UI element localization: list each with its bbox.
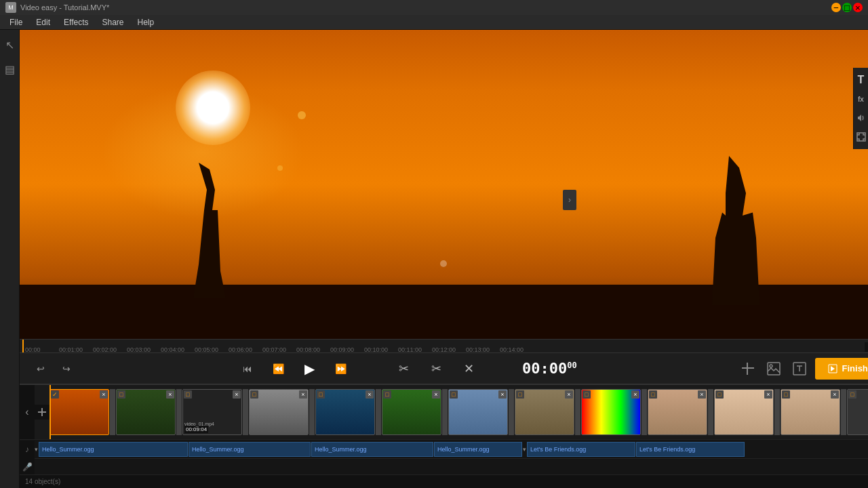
cut-button-2[interactable]: ✂ — [426, 358, 448, 380]
clip-5-handle[interactable] — [376, 389, 381, 435]
clip-5-close[interactable]: × — [366, 390, 374, 399]
clip-7-check[interactable]: □ — [450, 390, 458, 399]
add-clip-button[interactable] — [738, 359, 758, 379]
add-photo-button[interactable] — [764, 359, 784, 379]
clip-13[interactable]: □ — [847, 389, 868, 435]
clip-9[interactable]: □ × — [581, 389, 641, 435]
clip-8-close[interactable]: × — [565, 390, 573, 399]
cursor-tool[interactable]: ↖ — [0, 35, 19, 54]
clip-8-check[interactable]: □ — [516, 390, 524, 399]
clip-5-check[interactable]: □ — [317, 390, 325, 399]
clip-8[interactable]: □ × — [515, 389, 574, 435]
track-nav-prev[interactable]: ‹ — [20, 385, 35, 439]
fx-tool-icon[interactable]: fx — [854, 92, 868, 106]
minimize-button[interactable]: − — [831, 3, 841, 12]
audio-clip-5[interactable]: Let's Be Friends.ogg — [527, 442, 635, 457]
clip-11-close[interactable]: × — [764, 390, 772, 399]
tick-12: 00:12:00 — [432, 346, 456, 353]
clip-9-close[interactable]: × — [631, 390, 639, 399]
clip-6-handle[interactable] — [442, 389, 448, 435]
clip-11[interactable]: □ × — [714, 389, 774, 435]
clip-4-close[interactable]: × — [299, 390, 307, 399]
skip-to-start-button[interactable]: ⏮ — [237, 359, 258, 379]
clip-10-handle[interactable] — [708, 389, 713, 435]
clip-9-handle[interactable] — [642, 389, 647, 435]
clip-6-close[interactable]: × — [432, 390, 440, 399]
tick-9: 00:09:00 — [330, 346, 354, 353]
clip-9-check[interactable]: □ — [583, 390, 591, 399]
clip-10-check[interactable]: □ — [649, 390, 657, 399]
timeline-ruler: 00:00 00:01:00 00:02:00 00:03:00 00:04:0… — [20, 339, 868, 352]
clip-1-close[interactable]: × — [100, 390, 108, 399]
clip-7-handle[interactable] — [509, 389, 514, 435]
clip-3[interactable]: □ × 00:09:04 video_01.mp4 — [182, 389, 242, 435]
menu-effects[interactable]: Effects — [57, 16, 95, 28]
clip-12-check[interactable]: □ — [782, 390, 790, 399]
clip-2-close[interactable]: × — [166, 390, 174, 399]
audio-clip-1[interactable]: Hello_Summer.ogg — [39, 442, 188, 457]
clip-8-handle[interactable] — [575, 389, 580, 435]
timecode-display: 00:0000 — [522, 360, 577, 377]
audio-clip-6[interactable]: Let's Be Friends.ogg — [636, 442, 745, 457]
audio-clip-2[interactable]: Hello_Summer.ogg — [189, 442, 311, 457]
timeline-tool[interactable]: ▤ — [0, 60, 19, 79]
menubar: File Edit Effects Share Help — [0, 15, 868, 30]
menu-file[interactable]: File — [3, 16, 29, 28]
undo-button[interactable]: ↩ — [31, 359, 51, 379]
fullscreen-tool-icon[interactable] — [854, 130, 868, 144]
delete-button[interactable]: ✕ — [458, 358, 480, 380]
volume-tool-icon[interactable] — [854, 111, 868, 125]
clip-5[interactable]: □ × — [315, 389, 375, 435]
clip-2-check[interactable]: □ — [117, 390, 125, 399]
clip-1-handle[interactable] — [110, 389, 115, 435]
clip-7-close[interactable]: × — [498, 390, 507, 399]
titlebar-controls[interactable]: − □ × — [831, 3, 863, 12]
undo-redo-group: ↩ ↪ — [31, 359, 77, 379]
clip-4[interactable]: □ × — [249, 389, 309, 435]
clip-2[interactable]: □ × — [116, 389, 176, 435]
menu-share[interactable]: Share — [96, 16, 131, 28]
clip-10[interactable]: □ × — [648, 389, 707, 435]
video-track: ‹ ✓ × □ × — [20, 385, 868, 439]
clip-1[interactable]: ✓ × — [50, 389, 109, 435]
fast-forward-button[interactable]: ⏩ — [331, 359, 351, 379]
cut-button-1[interactable]: ✂ — [393, 358, 415, 380]
audio-clip-3[interactable]: Hello_Summer.ogg — [311, 442, 433, 457]
play-button[interactable]: ▶ — [300, 359, 320, 379]
objects-count: 14 object(s) — [25, 478, 60, 485]
clip-6-check[interactable]: □ — [383, 390, 391, 399]
track-playhead — [50, 385, 51, 439]
maximize-button[interactable]: □ — [842, 3, 852, 12]
audio-clip-4[interactable]: Hello_Summer.ogg — [434, 442, 522, 457]
clip-12-handle[interactable] — [841, 389, 846, 435]
clip-3-check[interactable]: □ — [184, 390, 192, 399]
clip-10-close[interactable]: × — [698, 390, 706, 399]
clip-2-handle[interactable] — [176, 389, 182, 435]
clip-12-close[interactable]: × — [831, 390, 839, 399]
redo-button[interactable]: ↪ — [56, 359, 77, 379]
menu-edit[interactable]: Edit — [29, 16, 57, 28]
clip-13-check[interactable]: □ — [848, 390, 856, 399]
video-preview[interactable] — [20, 30, 868, 339]
clip-3-handle[interactable] — [243, 389, 248, 435]
add-title-button[interactable] — [789, 359, 810, 379]
floating-right-icons: T fx — [853, 68, 868, 149]
rewind-button[interactable]: ⏪ — [269, 359, 289, 379]
track-add-icon[interactable] — [35, 405, 50, 420]
clip-11-check[interactable]: □ — [715, 390, 724, 399]
clip-4-handle[interactable] — [309, 389, 315, 435]
menu-help[interactable]: Help — [131, 16, 161, 28]
clip-11-handle[interactable] — [774, 389, 780, 435]
clip-4-check[interactable]: □ — [250, 390, 258, 399]
timeline-area: ‹ ✓ × □ × — [20, 384, 868, 474]
text-tool-icon[interactable]: T — [854, 73, 868, 87]
clip-6[interactable]: □ × — [382, 389, 441, 435]
clip-7[interactable]: □ × — [448, 389, 508, 435]
tick-7: 00:07:00 — [262, 346, 286, 353]
clip-3-close[interactable]: × — [233, 390, 241, 399]
clip-1-check[interactable]: ✓ — [51, 390, 59, 399]
close-button[interactable]: × — [853, 3, 863, 12]
finish-movie-button[interactable]: Finish movie — [815, 358, 868, 380]
clip-12[interactable]: □ × — [781, 389, 840, 435]
expand-panel-button[interactable]: › — [563, 190, 576, 210]
